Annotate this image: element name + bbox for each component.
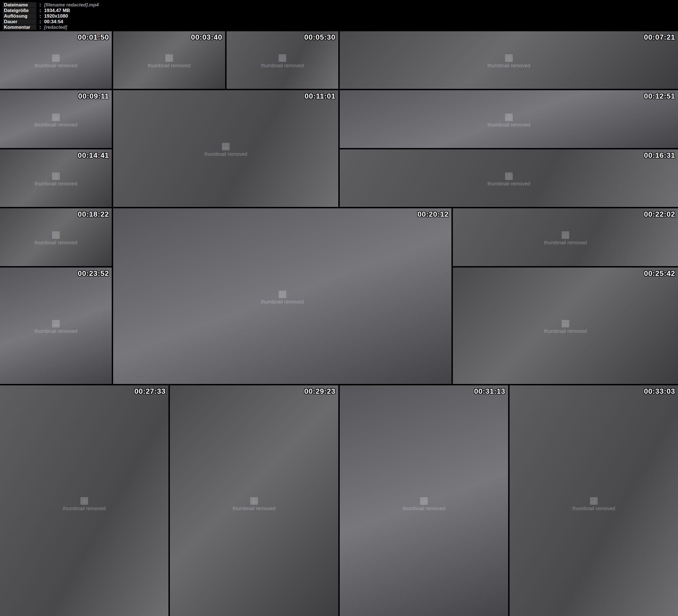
metadata-header: Dateiname : [filename redacted].mp4 Date…: [0, 0, 678, 31]
timestamp-overlay: 00:05:30: [304, 33, 336, 42]
image-icon: ▦: [403, 494, 445, 505]
image-icon: ▦: [544, 229, 587, 240]
image-icon: ▦: [148, 52, 191, 63]
meta-row-comment: Kommentar : [redacted]: [3, 25, 675, 30]
thumbnail-placeholder[interactable]: 00:05:30▦thumbnail removed: [227, 31, 338, 89]
thumbnail-placeholder[interactable]: 00:20:12▦thumbnail removed: [113, 208, 451, 384]
thumbnail-placeholder[interactable]: 00:03:40▦thumbnail removed: [113, 31, 225, 89]
meta-colon: :: [36, 25, 44, 30]
meta-value-comment: [redacted]: [44, 25, 67, 30]
placeholder-note: ▦thumbnail removed: [35, 111, 77, 128]
image-icon: ▦: [233, 494, 275, 505]
thumbnail-placeholder[interactable]: 00:29:23▦thumbnail removed: [170, 385, 338, 616]
placeholder-note: ▦thumbnail removed: [35, 52, 77, 69]
timestamp-overlay: 00:01:50: [78, 33, 109, 42]
thumbnail-placeholder[interactable]: 00:22:02▦thumbnail removed: [453, 208, 678, 266]
timestamp-overlay: 00:31:13: [474, 387, 505, 396]
meta-row-filename: Dateiname : [filename redacted].mp4: [3, 2, 675, 7]
meta-value-filesize: 1934.47 MB: [44, 8, 70, 13]
image-icon: ▦: [261, 52, 304, 63]
thumbnail-placeholder[interactable]: 00:18:22▦thumbnail removed: [0, 208, 112, 266]
timestamp-overlay: 00:11:01: [304, 92, 336, 101]
timestamp-overlay: 00:18:22: [78, 210, 109, 219]
image-icon: ▦: [35, 317, 77, 329]
timestamp-overlay: 00:14:41: [78, 151, 109, 160]
placeholder-note: ▦thumbnail removed: [487, 52, 530, 69]
thumbnail-placeholder[interactable]: 00:11:01▦thumbnail removed: [113, 90, 338, 207]
thumbnail-placeholder[interactable]: 00:33:03▦thumbnail removed: [510, 385, 678, 616]
meta-colon: :: [36, 13, 44, 19]
image-icon: ▦: [35, 111, 77, 122]
image-icon: ▦: [487, 52, 530, 63]
image-icon: ▦: [35, 52, 77, 63]
placeholder-note: ▦thumbnail removed: [233, 494, 275, 511]
thumbnail-placeholder[interactable]: 00:16:31▦thumbnail removed: [340, 149, 678, 207]
meta-row-filesize: Dateigröße : 1934.47 MB: [3, 8, 675, 13]
meta-row-duration: Dauer : 00:34:54: [3, 19, 675, 24]
thumbnail-placeholder[interactable]: 00:25:42▦thumbnail removed: [453, 268, 678, 384]
placeholder-note: ▦thumbnail removed: [35, 229, 77, 246]
placeholder-note: ▦thumbnail removed: [35, 317, 77, 334]
image-icon: ▦: [487, 111, 530, 122]
thumbnail-placeholder[interactable]: 00:23:52▦thumbnail removed: [0, 268, 112, 384]
thumbnail-placeholder[interactable]: 00:01:50▦thumbnail removed: [0, 31, 112, 89]
meta-value-filename: [filename redacted].mp4: [44, 2, 99, 7]
meta-label: Auflösung: [3, 13, 36, 19]
placeholder-note: ▦thumbnail removed: [261, 287, 304, 305]
timestamp-overlay: 00:29:23: [304, 387, 336, 396]
timestamp-overlay: 00:12:51: [644, 92, 675, 101]
thumbnail-placeholder[interactable]: 00:07:21▦thumbnail removed: [340, 31, 678, 89]
placeholder-note: ▦thumbnail removed: [148, 52, 191, 69]
image-icon: ▦: [544, 317, 587, 329]
timestamp-overlay: 00:07:21: [644, 33, 675, 42]
timestamp-overlay: 00:25:42: [644, 269, 675, 278]
placeholder-note: ▦thumbnail removed: [544, 229, 587, 246]
meta-value-resolution: 1920x1080: [44, 13, 68, 19]
placeholder-note: ▦thumbnail removed: [261, 52, 304, 69]
image-icon: ▦: [204, 140, 247, 151]
meta-label: Dateigröße: [3, 8, 36, 13]
placeholder-note: ▦thumbnail removed: [35, 169, 77, 187]
timestamp-overlay: 00:27:33: [135, 387, 166, 396]
timestamp-overlay: 00:22:02: [644, 210, 675, 219]
meta-colon: :: [36, 19, 44, 24]
meta-row-resolution: Auflösung : 1920x1080: [3, 13, 675, 19]
meta-label: Dauer: [3, 19, 36, 24]
meta-value-duration: 00:34:54: [44, 19, 63, 24]
thumbnail-contact-sheet: 00:01:50▦thumbnail removed 00:03:40▦thum…: [0, 31, 678, 616]
thumbnail-placeholder[interactable]: 00:09:11▦thumbnail removed: [0, 90, 112, 148]
timestamp-overlay: 00:09:11: [78, 92, 109, 101]
timestamp-overlay: 00:20:12: [417, 210, 449, 219]
thumbnail-placeholder[interactable]: 00:27:33▦thumbnail removed: [0, 385, 168, 616]
placeholder-note: ▦thumbnail removed: [204, 140, 247, 157]
thumbnail-placeholder[interactable]: 00:31:13▦thumbnail removed: [340, 385, 508, 616]
image-icon: ▦: [63, 494, 106, 505]
meta-colon: :: [36, 8, 44, 13]
image-icon: ▦: [487, 169, 530, 181]
placeholder-note: ▦thumbnail removed: [487, 111, 530, 128]
meta-colon: :: [36, 2, 44, 7]
meta-label: Kommentar: [3, 25, 36, 30]
timestamp-overlay: 00:33:03: [644, 387, 675, 396]
meta-label: Dateiname: [3, 2, 36, 7]
placeholder-note: ▦thumbnail removed: [487, 169, 530, 187]
placeholder-note: ▦thumbnail removed: [63, 494, 106, 511]
image-icon: ▦: [261, 287, 304, 299]
placeholder-note: ▦thumbnail removed: [403, 494, 445, 511]
image-icon: ▦: [572, 494, 615, 505]
thumbnail-placeholder[interactable]: 00:14:41▦thumbnail removed: [0, 149, 112, 207]
placeholder-note: ▦thumbnail removed: [572, 494, 615, 511]
thumbnail-placeholder[interactable]: 00:12:51▦thumbnail removed: [340, 90, 678, 148]
placeholder-note: ▦thumbnail removed: [544, 317, 587, 334]
timestamp-overlay: 00:16:31: [644, 151, 675, 160]
image-icon: ▦: [35, 169, 77, 181]
image-icon: ▦: [35, 229, 77, 240]
timestamp-overlay: 00:03:40: [191, 33, 222, 42]
timestamp-overlay: 00:23:52: [78, 269, 109, 278]
